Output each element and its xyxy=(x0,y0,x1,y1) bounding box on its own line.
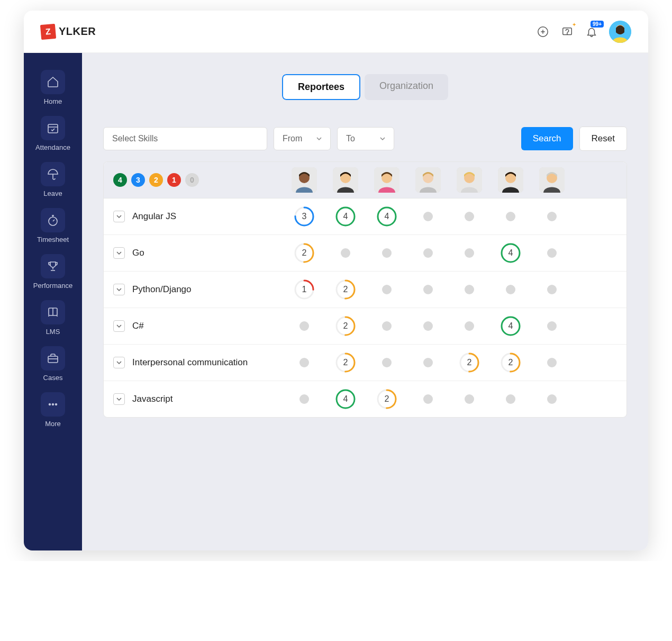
empty-dot-icon xyxy=(423,212,433,221)
expand-toggle[interactable] xyxy=(113,247,125,259)
svg-point-22 xyxy=(49,403,51,405)
legend-cell: 4 3 2 1 0 xyxy=(104,162,284,198)
rating-ring: 2 xyxy=(335,315,356,337)
person-column-header[interactable] xyxy=(325,162,366,198)
legend-level-4: 4 xyxy=(113,173,127,187)
expand-toggle[interactable] xyxy=(113,393,125,405)
tab-reportees[interactable]: Reportees xyxy=(282,74,360,100)
sidebar-item-more[interactable]: More xyxy=(29,388,77,430)
person-column-header[interactable] xyxy=(490,162,531,198)
trophy-icon xyxy=(47,260,59,273)
person-avatar xyxy=(333,167,358,193)
view-tabs: Reportees Organization xyxy=(103,74,627,100)
rating-cell[interactable]: 2 xyxy=(449,345,490,381)
rating-cell[interactable]: 4 xyxy=(490,235,531,271)
to-select[interactable]: To xyxy=(337,127,394,150)
rating-ring: 2 xyxy=(294,242,315,264)
rating-cell[interactable]: 2 xyxy=(490,345,531,381)
more-icon xyxy=(47,398,59,411)
sidebar-item-leave[interactable]: Leave xyxy=(29,158,77,200)
skill-name: Javascript xyxy=(132,394,173,404)
rating-cell[interactable]: 1 xyxy=(284,272,325,308)
rating-cell[interactable]: 4 xyxy=(490,308,531,344)
sidebar-item-home[interactable]: Home xyxy=(29,66,77,107)
empty-dot-icon xyxy=(547,394,557,404)
empty-dot-icon xyxy=(423,285,433,294)
rating-ring: 4 xyxy=(335,389,356,410)
from-label: From xyxy=(283,134,302,143)
rating-ring: 2 xyxy=(459,352,480,373)
rating-value: 1 xyxy=(302,285,307,294)
rating-cell[interactable]: 2 xyxy=(325,272,366,308)
skill-name-cell: Angular JS xyxy=(104,198,284,234)
rating-ring: 4 xyxy=(500,315,521,337)
rating-cell-empty xyxy=(531,345,573,381)
empty-dot-icon xyxy=(382,248,392,258)
chevron-down-icon xyxy=(116,250,122,256)
from-select[interactable]: From xyxy=(274,127,331,150)
expand-toggle[interactable] xyxy=(113,357,125,368)
sidebar-item-attendance[interactable]: Attendance xyxy=(29,112,77,154)
sidebar-item-timesheet[interactable]: Timesheet xyxy=(29,204,77,246)
rating-cell[interactable]: 2 xyxy=(325,308,366,344)
notifications-button[interactable]: 99+ xyxy=(585,25,598,39)
sidebar-item-label: Home xyxy=(44,97,62,105)
rating-value: 2 xyxy=(467,358,472,367)
skills-placeholder: Select Skills xyxy=(112,134,158,143)
empty-dot-icon xyxy=(547,358,557,367)
rating-cell[interactable]: 3 xyxy=(284,198,325,234)
main-content: Reportees Organization Select Skills Fro… xyxy=(82,53,648,550)
rating-cell-empty xyxy=(407,345,449,381)
sidebar-item-cases[interactable]: Cases xyxy=(29,342,77,384)
expand-toggle[interactable] xyxy=(113,320,125,332)
empty-dot-icon xyxy=(465,212,474,221)
reset-button[interactable]: Reset xyxy=(579,127,627,151)
umbrella-icon xyxy=(47,168,59,180)
empty-dot-icon xyxy=(299,394,309,404)
rating-value: 2 xyxy=(385,394,389,404)
person-avatar xyxy=(539,167,565,193)
empty-dot-icon xyxy=(547,321,557,331)
rating-cell[interactable]: 2 xyxy=(366,381,407,417)
add-button[interactable] xyxy=(536,25,550,39)
help-button[interactable]: ✦ xyxy=(560,25,574,39)
rating-cell[interactable]: 4 xyxy=(325,381,366,417)
rating-cell-empty xyxy=(449,272,490,308)
empty-dot-icon xyxy=(299,321,309,331)
rating-cell-empty xyxy=(490,272,531,308)
person-column-header[interactable] xyxy=(284,162,325,198)
person-column-header[interactable] xyxy=(407,162,449,198)
rating-value: 2 xyxy=(302,248,307,258)
rating-cell[interactable]: 4 xyxy=(366,198,407,234)
user-avatar[interactable] xyxy=(609,21,631,43)
rating-value: 2 xyxy=(343,358,348,367)
expand-toggle[interactable] xyxy=(113,211,125,222)
svg-rect-20 xyxy=(48,356,58,363)
sidebar-item-performance[interactable]: Performance xyxy=(29,250,77,292)
rating-ring: 2 xyxy=(335,352,356,373)
expand-toggle[interactable] xyxy=(113,284,125,295)
person-column-header[interactable] xyxy=(531,162,573,198)
rating-value: 4 xyxy=(343,394,348,404)
rating-cell[interactable]: 4 xyxy=(325,198,366,234)
stopwatch-icon xyxy=(47,214,59,227)
person-avatar xyxy=(415,167,441,193)
rating-cell[interactable]: 2 xyxy=(284,235,325,271)
brand-logo: Z YLKER xyxy=(41,24,96,39)
skills-select[interactable]: Select Skills xyxy=(103,127,267,150)
rating-cell[interactable]: 2 xyxy=(325,345,366,381)
rating-value: 3 xyxy=(302,212,307,221)
chevron-down-icon xyxy=(316,136,322,141)
skill-name: C# xyxy=(132,321,144,331)
rating-cell-empty xyxy=(449,308,490,344)
sidebar-item-label: Cases xyxy=(43,374,63,382)
skill-name-cell: Interpersonal communication xyxy=(104,345,284,381)
person-column-header[interactable] xyxy=(366,162,407,198)
tab-organization[interactable]: Organization xyxy=(365,74,448,100)
person-column-header[interactable] xyxy=(449,162,490,198)
chevron-down-icon xyxy=(116,360,122,365)
search-button[interactable]: Search xyxy=(521,127,573,150)
sidebar-item-lms[interactable]: LMS xyxy=(29,296,77,338)
rating-cell-empty xyxy=(449,198,490,234)
person-avatar xyxy=(292,167,317,193)
